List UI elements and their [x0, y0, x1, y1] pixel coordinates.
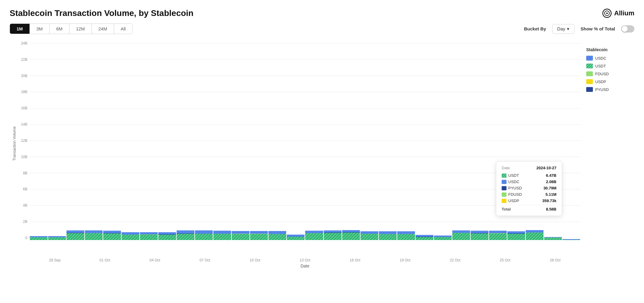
time-buttons: 1M 3M 6M 12M 24M All	[10, 23, 133, 34]
bar-group	[287, 41, 305, 240]
x-axis-tick: 04 Oct	[130, 258, 180, 262]
time-btn-all[interactable]: All	[114, 24, 132, 34]
tooltip-date-row: Date 2024-10-27	[502, 166, 556, 170]
bar-segment-usdc	[232, 231, 249, 234]
bar-stack	[562, 41, 580, 240]
legend-label-usdc: USDC	[595, 56, 606, 61]
tooltip-swatch-fdusd	[502, 192, 506, 197]
x-axis-title: Date	[30, 264, 580, 268]
legend-swatch-pyusd	[586, 87, 593, 92]
bar-segment-usdt	[67, 233, 84, 240]
x-axis: 28 Sep01 Oct04 Oct07 Oct10 Oct13 Oct16 O…	[30, 258, 580, 262]
legend-item-usdp: USDP	[586, 79, 634, 84]
tooltip-swatch-pyusd	[502, 186, 506, 190]
tooltip: Date 2024-10-27 USDT6.47BUSDC2.08BPYUSD3…	[496, 161, 562, 216]
bar-segment-usdc	[287, 235, 305, 237]
chart-and-legend: 24B22B20B18B16B14B12B10B8B6B4B2B0 Date 2…	[17, 41, 634, 258]
bar-stack	[305, 41, 323, 240]
bucket-by-value: Day	[557, 26, 565, 31]
bar-stack	[361, 41, 378, 240]
tooltip-total-value: 8.58B	[546, 207, 556, 211]
x-axis-tick: 28 Oct	[530, 258, 580, 262]
bar-segment-usdt	[287, 237, 305, 240]
legend-label-usdt: USDT	[595, 64, 606, 68]
bucket-by-select[interactable]: Day ▾	[552, 24, 575, 34]
legend-item-usdt: USDT	[586, 64, 634, 68]
show-pct-label: Show % of Total	[581, 26, 615, 31]
bar-segment-usdc	[361, 231, 378, 234]
legend-title: Stablecoin	[586, 47, 634, 52]
chevron-down-icon: ▾	[567, 26, 569, 32]
grid-line-label: 20B	[17, 74, 27, 78]
bar-group	[361, 41, 378, 240]
bar-segment-usdc	[397, 231, 415, 234]
x-axis-tick: 10 Oct	[230, 258, 280, 262]
bar-segment-usdt	[379, 234, 397, 240]
time-btn-3m[interactable]: 3M	[30, 24, 50, 34]
bar-stack	[471, 41, 488, 240]
bar-segment-usdt	[30, 237, 48, 240]
bar-segment-usdc	[67, 230, 84, 233]
x-axis-tick: 22 Oct	[430, 258, 480, 262]
bar-stack	[67, 41, 84, 240]
tooltip-row-usdc: USDC2.08B	[502, 180, 556, 184]
tooltip-row-left: FDUSD	[502, 192, 522, 197]
bar-segment-usdc	[471, 231, 488, 233]
grid-line-label: 8B	[17, 171, 27, 175]
bar-segment-usdc	[213, 231, 231, 234]
show-pct-toggle[interactable]	[621, 25, 634, 33]
bar-segment-usdt	[85, 233, 103, 240]
legend-item-usdc: USDC	[586, 56, 634, 61]
bar-segment-usdt	[232, 234, 249, 240]
bar-stack	[268, 41, 286, 240]
bar-stack	[85, 41, 103, 240]
bar-segment-usdt	[268, 234, 286, 240]
bar-stack	[324, 41, 342, 240]
time-btn-24m[interactable]: 24M	[92, 24, 114, 34]
bar-group	[324, 41, 342, 240]
bar-segment-usdt	[158, 235, 176, 240]
bar-stack	[158, 41, 176, 240]
x-axis-tick: 25 Oct	[480, 258, 530, 262]
bar-segment-usdt	[342, 233, 360, 240]
svg-point-2	[606, 13, 608, 14]
bar-segment-usdc	[122, 232, 139, 234]
bar-group	[177, 41, 194, 240]
tooltip-row-usdt: USDT6.47B	[502, 173, 556, 178]
time-btn-12m[interactable]: 12M	[70, 24, 92, 34]
tooltip-swatch-usdt	[502, 173, 506, 178]
tooltip-val-fdusd: 5.11M	[546, 192, 556, 197]
tooltip-val-usdt: 6.47B	[546, 173, 556, 178]
bar-segment-usdt	[452, 233, 470, 240]
bar-segment-usdt	[140, 235, 158, 240]
bar-group	[122, 41, 139, 240]
bar-stack	[30, 41, 48, 240]
x-axis-tick: 13 Oct	[280, 258, 330, 262]
time-btn-6m[interactable]: 6M	[50, 24, 70, 34]
legend-label-pyusd: PYUSD	[595, 87, 609, 92]
legend-swatch-fdusd	[586, 71, 593, 76]
time-btn-1m[interactable]: 1M	[10, 24, 30, 34]
bar-segment-usdt	[48, 237, 66, 240]
tooltip-row-left: USDC	[502, 180, 519, 184]
bar-segment-usdc	[140, 232, 158, 234]
toggle-knob	[622, 26, 628, 32]
tooltip-row-left: PYUSD	[502, 186, 522, 190]
bar-stack	[122, 41, 139, 240]
bar-segment-usdc	[489, 231, 507, 233]
grid-line-label: 10B	[17, 155, 27, 159]
tooltip-val-usdp: 359.73k	[542, 198, 556, 203]
bar-segment-usdt	[177, 234, 194, 240]
bar-group	[471, 41, 488, 240]
legend-swatch-usdp	[586, 79, 593, 84]
bar-segment-usdc	[324, 230, 342, 233]
allium-text: Allium	[614, 9, 634, 17]
page-container: Stablecoin Transaction Volume, by Stable…	[10, 8, 634, 258]
bar-segment-usdc	[177, 230, 194, 233]
bar-segment-usdc	[85, 230, 103, 233]
bar-stack	[103, 41, 121, 240]
tooltip-name-pyusd: PYUSD	[508, 186, 522, 190]
bar-segment-usdt	[526, 233, 543, 240]
bar-stack	[452, 41, 470, 240]
grid-line-label: 16B	[17, 106, 27, 110]
